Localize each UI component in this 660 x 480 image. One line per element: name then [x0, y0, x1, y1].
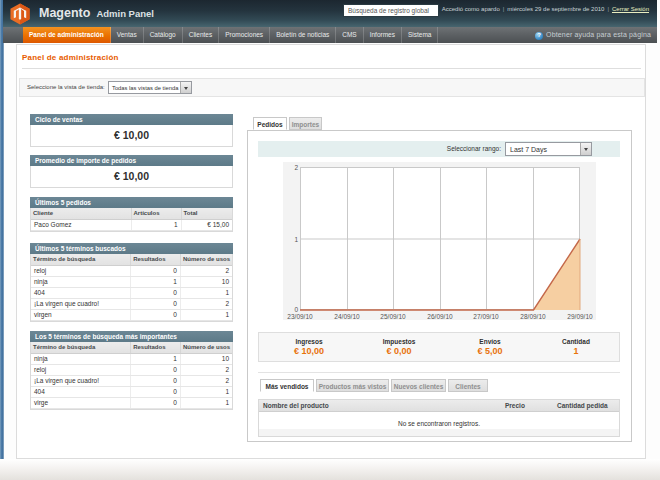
svg-text:24/09/10: 24/09/10: [334, 313, 360, 320]
svg-text:2: 2: [294, 164, 298, 171]
svg-text:28/09/10: 28/09/10: [520, 313, 546, 320]
svg-text:27/09/10: 27/09/10: [473, 313, 499, 320]
svg-text:29/09/10: 29/09/10: [567, 313, 593, 320]
svg-text:0: 0: [294, 306, 298, 313]
svg-text:26/09/10: 26/09/10: [427, 313, 453, 320]
svg-text:25/09/10: 25/09/10: [380, 313, 406, 320]
svg-text:23/09/10: 23/09/10: [287, 313, 313, 320]
svg-text:1: 1: [294, 236, 298, 243]
